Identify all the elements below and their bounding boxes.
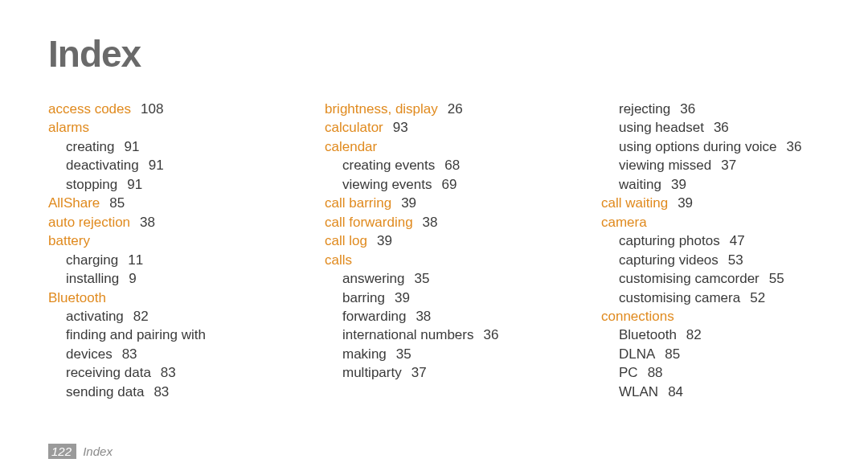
index-subentry: stopping91 (48, 175, 267, 194)
entry-label: calendar (325, 139, 377, 154)
index-subentry: using headset36 (601, 118, 820, 137)
entry-label: DLNA (619, 346, 655, 362)
entry-page: 38 (140, 215, 155, 230)
entry-label: receiving data (66, 365, 151, 380)
entry-page: 36 (483, 327, 498, 342)
entry-label: creating (66, 139, 114, 154)
entry-page: 36 (714, 120, 729, 135)
entry-label: call forwarding (325, 215, 413, 230)
page-title: Index (48, 32, 820, 76)
entry-page: 38 (416, 309, 431, 324)
index-subentry: creating91 (48, 137, 267, 156)
index-subentry: WLAN84 (601, 383, 820, 401)
page-footer: 122 Index (48, 444, 113, 458)
index-column-3: rejecting36using headset36using options … (601, 100, 820, 401)
index-subentry: customising camera52 (601, 289, 820, 307)
index-subentry: PC88 (601, 363, 820, 382)
entry-label: camera (601, 215, 647, 230)
entry-page: 11 (128, 252, 143, 268)
index-subentry: charging11 (48, 251, 267, 269)
footer-label: Index (83, 444, 113, 458)
index-subentry: DLNA85 (601, 345, 820, 363)
index-subentry: installing9 (48, 269, 267, 288)
index-column-2: brightness, display26calculator93calenda… (325, 100, 543, 401)
entry-label: auto rejection (48, 215, 130, 230)
entry-page: 35 (415, 271, 430, 286)
entry-label: PC (619, 365, 638, 380)
entry-page: 68 (444, 158, 460, 173)
index-subentry: using options during voice36 (601, 137, 820, 156)
index-topic: brightness, display26 (325, 100, 543, 118)
index-topic: auto rejection38 (48, 213, 267, 231)
entry-page: 39 (377, 233, 392, 248)
entry-page: 38 (423, 215, 438, 230)
entry-label: using options during voice (619, 139, 777, 154)
entry-label: sending data (66, 384, 144, 399)
index-topic: access codes108 (48, 100, 267, 118)
entry-label: connections (601, 309, 674, 324)
entry-label: waiting (619, 177, 661, 192)
entry-label: installing (66, 271, 119, 286)
entry-label: call log (325, 233, 367, 248)
index-subentry: answering35 (325, 269, 543, 288)
entry-label: international numbers (342, 327, 473, 342)
entry-page: 82 (133, 309, 149, 324)
entry-label: stopping (66, 177, 117, 192)
index-subentry: Bluetooth82 (601, 326, 820, 344)
entry-page: 83 (161, 365, 176, 380)
entry-label: capturing videos (619, 252, 719, 268)
entry-label: brightness, display (325, 101, 438, 117)
index-subentry: international numbers36 (325, 326, 543, 344)
entry-page: 37 (721, 158, 736, 173)
index-subentry: customising camcorder55 (601, 269, 820, 288)
entry-label: WLAN (619, 384, 658, 399)
entry-page: 36 (680, 101, 695, 117)
entry-page: 53 (728, 252, 743, 268)
entry-label: battery (48, 233, 90, 248)
index-topic: camera (601, 213, 820, 231)
entry-label: forwarding (342, 309, 406, 324)
index-subentry: capturing photos47 (601, 231, 820, 250)
entry-page: 39 (401, 195, 416, 211)
index-topic: connections (601, 307, 820, 326)
index-subentry: forwarding38 (325, 307, 543, 326)
index-topic: call barring39 (325, 194, 543, 212)
entry-page: 91 (149, 158, 164, 173)
entry-label: customising camera (619, 290, 740, 305)
entry-label: Bluetooth (619, 327, 677, 342)
entry-page: 9 (129, 271, 136, 286)
entry-label: call barring (325, 195, 391, 211)
entry-label: calls (325, 252, 352, 268)
index-subentry: viewing events69 (325, 175, 543, 194)
index-topic: calls (325, 251, 543, 269)
index-subentry: finding and pairing with devices83 (48, 326, 267, 363)
entry-page: 83 (122, 346, 137, 362)
entry-page: 91 (127, 177, 142, 192)
entry-label: AllShare (48, 195, 100, 211)
index-subentry: waiting39 (601, 175, 820, 194)
entry-label: answering (342, 271, 405, 286)
entry-label: charging (66, 252, 118, 268)
index-topic: battery (48, 231, 267, 250)
index-subentry: barring39 (325, 289, 543, 307)
index-column-1: access codes108alarmscreating91deactivat… (48, 100, 267, 401)
entry-label: multiparty (342, 365, 402, 380)
entry-page: 84 (668, 384, 683, 399)
index-topic: calculator93 (325, 118, 543, 137)
index-subentry: multiparty37 (325, 363, 543, 382)
entry-label: alarms (48, 120, 89, 135)
index-subentry: receiving data83 (48, 363, 267, 382)
index-subentry: viewing missed37 (601, 156, 820, 174)
entry-label: access codes (48, 101, 131, 117)
entry-label: creating events (342, 158, 435, 173)
entry-page: 55 (769, 271, 784, 286)
entry-page: 85 (109, 195, 125, 211)
entry-page: 37 (411, 365, 427, 380)
entry-page: 82 (686, 327, 702, 342)
index-topic: Bluetooth (48, 289, 267, 307)
page-number: 122 (48, 444, 76, 459)
index-subentry: activating82 (48, 307, 267, 326)
entry-label: rejecting (619, 101, 670, 117)
entry-label: call waiting (601, 195, 668, 211)
entry-page: 39 (671, 177, 686, 192)
